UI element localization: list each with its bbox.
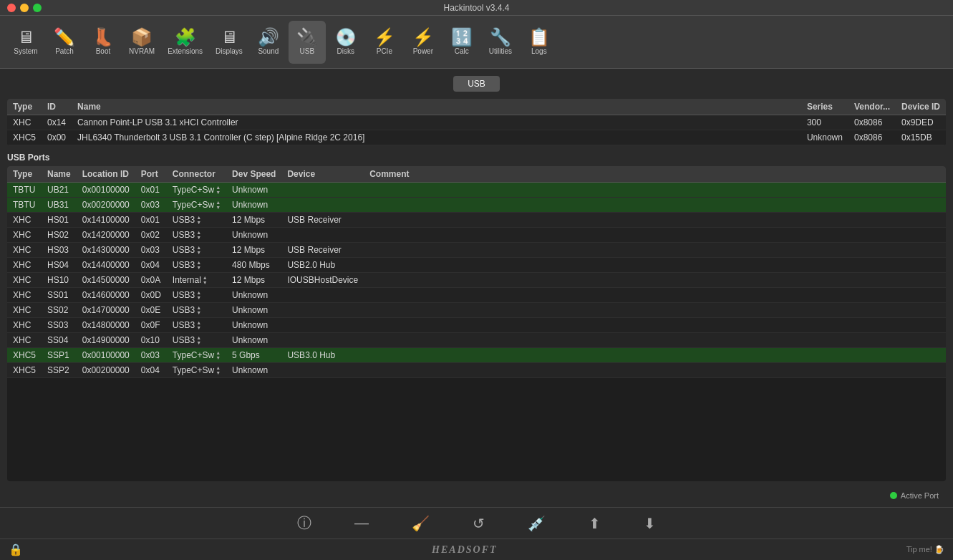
table-row[interactable]: XHC HS03 0x14300000 0x03 USB3 ▲▼ 12 Mbps… <box>7 243 946 258</box>
toolbar-item-sound[interactable]: 🔊 Sound <box>250 21 287 64</box>
toolbar-label-displays: Displays <box>216 47 243 55</box>
table-row[interactable]: XHC HS01 0x14100000 0x01 USB3 ▲▼ 12 Mbps… <box>7 213 946 228</box>
cell-devspeed: Unknown <box>226 333 281 348</box>
ports-table-container: Type Name Location ID Port Connector Dev… <box>7 166 946 481</box>
cell-device: IOUSBHostDevice <box>281 273 364 288</box>
col-series: Series <box>801 99 848 115</box>
cell-comment <box>364 333 946 348</box>
export-button[interactable]: ⬇ <box>644 515 656 532</box>
usb-tab-button[interactable]: USB <box>453 76 500 92</box>
table-row[interactable]: TBTU UB31 0x00200000 0x03 TypeC+Sw ▲▼ Un… <box>7 198 946 213</box>
cell-connector: USB3 ▲▼ <box>167 228 226 243</box>
table-row[interactable]: XHC HS10 0x14500000 0x0A Internal ▲▼ 12 … <box>7 273 946 288</box>
table-row[interactable]: XHC 0x14 Cannon Point-LP USB 3.1 xHCI Co… <box>7 115 946 130</box>
cell-devspeed: Unknown <box>226 318 281 333</box>
close-button[interactable] <box>7 4 16 12</box>
cell-devspeed: Unknown <box>226 363 281 378</box>
refresh-button[interactable]: ↺ <box>473 515 485 532</box>
cell-name: HS03 <box>42 243 77 258</box>
toolbar-item-pcie[interactable]: ⚡ PCIe <box>366 21 403 64</box>
cell-name: JHL6340 Thunderbolt 3 USB 3.1 Controller… <box>72 130 801 145</box>
import-button[interactable]: ⬆ <box>589 515 601 532</box>
toolbar-item-nvram[interactable]: 📦 NVRAM <box>123 21 160 64</box>
cell-type: XHC5 <box>7 348 42 363</box>
toolbar-item-calc[interactable]: 🔢 Calc <box>443 21 480 64</box>
active-port-row: Active Port <box>7 488 946 500</box>
table-row[interactable]: XHC HS04 0x14400000 0x04 USB3 ▲▼ 480 Mbp… <box>7 258 946 273</box>
table-row[interactable]: TBTU UB21 0x00100000 0x01 TypeC+Sw ▲▼ Un… <box>7 183 946 198</box>
table-row[interactable]: XHC SS03 0x14800000 0x0F USB3 ▲▼ Unknown <box>7 318 946 333</box>
toolbar-item-utilities[interactable]: 🔧 Utilities <box>482 21 519 64</box>
cell-type: XHC <box>7 115 42 130</box>
cell-name: SSP1 <box>42 348 77 363</box>
remove-button[interactable]: — <box>354 515 369 531</box>
usb-tab-container: USB <box>7 76 946 92</box>
cell-port: 0x10 <box>135 333 167 348</box>
cell-comment <box>364 288 946 303</box>
cell-location: 0x14500000 <box>77 273 135 288</box>
table-row[interactable]: XHC5 SSP1 0x00100000 0x03 TypeC+Sw ▲▼ 5 … <box>7 348 946 363</box>
minimize-button[interactable] <box>20 4 29 12</box>
inject-button[interactable]: 💉 <box>528 515 546 532</box>
toolbar-label-power: Power <box>413 47 433 55</box>
cell-type: XHC <box>7 213 42 228</box>
cell-port: 0x02 <box>135 228 167 243</box>
toolbar-item-patch[interactable]: ✏️ Patch <box>46 21 83 64</box>
window-title: Hackintool v3.4.4 <box>443 3 509 13</box>
main-content: USB Type ID Name Series Vendor... Device… <box>0 69 953 507</box>
toolbar-item-extensions[interactable]: 🧩 Extensions <box>162 21 208 64</box>
calc-icon: 🔢 <box>451 29 473 46</box>
usb-icon: 🔌 <box>296 29 318 46</box>
table-row[interactable]: XHC HS02 0x14200000 0x02 USB3 ▲▼ Unknown <box>7 228 946 243</box>
cell-device: USB Receiver <box>281 213 364 228</box>
displays-icon: 🖥 <box>221 29 238 46</box>
toolbar-item-logs[interactable]: 📋 Logs <box>521 21 558 64</box>
cell-device <box>281 183 364 198</box>
toolbar-item-boot[interactable]: 👢 Boot <box>84 21 122 64</box>
maximize-button[interactable] <box>33 4 42 12</box>
cell-location: 0x14900000 <box>77 333 135 348</box>
toolbar-item-system[interactable]: 🖥 System <box>7 21 44 64</box>
controllers-table: Type ID Name Series Vendor... Device ID … <box>7 99 946 145</box>
cell-type: XHC5 <box>7 130 42 145</box>
cell-type: XHC5 <box>7 363 42 378</box>
cell-connector: TypeC+Sw ▲▼ <box>167 183 226 198</box>
col-type: Type <box>7 99 42 115</box>
table-row[interactable]: XHC SS04 0x14900000 0x10 USB3 ▲▼ Unknown <box>7 333 946 348</box>
cell-port: 0x0E <box>135 303 167 318</box>
cell-port: 0x01 <box>135 183 167 198</box>
cell-connector: TypeC+Sw ▲▼ <box>167 363 226 378</box>
cell-connector: USB3 ▲▼ <box>167 288 226 303</box>
table-row[interactable]: XHC5 0x00 JHL6340 Thunderbolt 3 USB 3.1 … <box>7 130 946 145</box>
table-row[interactable]: XHC5 SSP2 0x00200000 0x04 TypeC+Sw ▲▼ Un… <box>7 363 946 378</box>
cell-comment <box>364 303 946 318</box>
clean-button[interactable]: 🧹 <box>412 515 430 532</box>
toolbar-label-calc: Calc <box>455 47 469 55</box>
ports-col-device: Device <box>281 166 364 183</box>
table-row[interactable]: XHC SS01 0x14600000 0x0D USB3 ▲▼ Unknown <box>7 288 946 303</box>
cell-location: 0x14300000 <box>77 243 135 258</box>
cell-type: XHC <box>7 243 42 258</box>
toolbar-item-displays[interactable]: 🖥 Displays <box>210 21 248 64</box>
title-bar: Hackintool v3.4.4 <box>0 0 953 16</box>
cell-location: 0x00200000 <box>77 198 135 213</box>
cell-name: Cannon Point-LP USB 3.1 xHCI Controller <box>72 115 801 130</box>
toolbar-item-disks[interactable]: 💿 Disks <box>327 21 364 64</box>
cell-port: 0x03 <box>135 198 167 213</box>
footer: 🔒 HEADSOFT Tip me! 🍺 <box>0 539 953 560</box>
patch-icon: ✏️ <box>54 29 75 46</box>
cell-location: 0x14100000 <box>77 213 135 228</box>
toolbar-label-system: System <box>14 47 37 55</box>
table-row[interactable]: XHC SS02 0x14700000 0x0E USB3 ▲▼ Unknown <box>7 303 946 318</box>
toolbar-label-sound: Sound <box>258 47 279 55</box>
toolbar-item-power[interactable]: ⚡ Power <box>405 21 442 64</box>
footer-logo: HEADSOFT <box>432 544 497 556</box>
info-button[interactable]: ⓘ <box>297 513 311 533</box>
cell-device <box>281 198 364 213</box>
cell-name: HS02 <box>42 228 77 243</box>
controllers-header-row: Type ID Name Series Vendor... Device ID <box>7 99 946 115</box>
cell-type: XHC <box>7 303 42 318</box>
toolbar-item-usb[interactable]: 🔌 USB <box>289 21 326 64</box>
cell-series: 300 <box>801 115 848 130</box>
cell-connector: USB3 ▲▼ <box>167 318 226 333</box>
